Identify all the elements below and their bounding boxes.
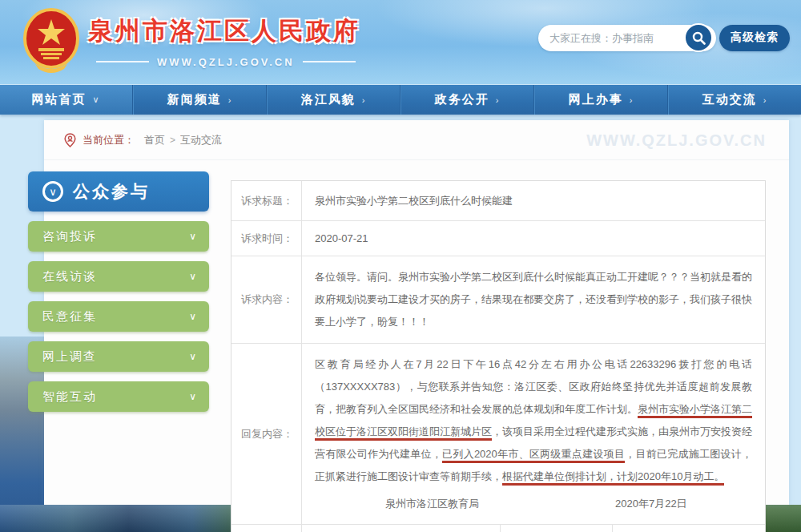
chevron-right-icon: ›	[362, 95, 367, 105]
reply-segment-underlined: 已列入2020年市、区两级重点建设项目	[442, 448, 625, 463]
field-value-reply-content: 区教育局经办人在7月22日下午16点42分左右用办公电话22633296拨打您的…	[302, 344, 765, 525]
sidebar-item-online-interview[interactable]: 在线访谈 ∨	[28, 261, 209, 292]
table-row: 诉求内容： 各位领导。请问。泉州市实验小学第二校区到底什么时候能真正动工开建呢？…	[231, 256, 765, 344]
nav-item-home[interactable]: 网站首页 ∨	[0, 85, 133, 115]
nav-item-gov-affairs[interactable]: 政务公开 ›	[400, 85, 534, 115]
header-banner: 泉州市洛江区人民政府 WWW.QZLJ.GOV.CN 高级检索	[0, 0, 801, 84]
chevron-right-icon: ›	[630, 95, 634, 105]
advanced-search-button[interactable]: 高级检索	[719, 25, 790, 51]
sidebar-item-online-survey[interactable]: 网上调查 ∨	[28, 341, 209, 372]
breadcrumb-separator: >	[170, 135, 175, 146]
nav-item-interaction[interactable]: 互动交流 ›	[668, 85, 801, 115]
main-nav: 网站首页 ∨ 新闻频道 › 洛江风貌 › 政务公开 › 网上办事 › 互动交流 …	[0, 85, 801, 115]
chevron-right-icon: ›	[763, 95, 768, 105]
breadcrumb-current[interactable]: 互动交流	[180, 133, 222, 147]
sidebar-header-public-participation[interactable]: ∨ 公众参与	[28, 171, 209, 212]
chevron-down-icon: ∨	[189, 311, 196, 322]
field-label-request-content: 诉求内容：	[231, 256, 302, 343]
search-button[interactable]	[684, 23, 713, 52]
reply-segment-underlined: 根据代建单位倒排计划，计划2020年10月动工。	[502, 470, 724, 486]
table-row: 回复内容： 区教育局经办人在7月22日下午16点42分左右用办公电话226332…	[231, 344, 765, 526]
reply-paragraph: 区教育局经办人在7月22日下午16点42分左右用办公电话22633296拨打您的…	[315, 353, 752, 488]
field-value-request-time: 2020-07-21	[302, 221, 765, 256]
sidebar: ∨ 公众参与 咨询投诉 ∨ 在线访谈 ∨ 民意征集 ∨ 网上调查 ∨ 智能互动 …	[28, 171, 209, 412]
watermark-text: WWW.QZLJ.GOV.CN	[586, 131, 767, 150]
field-value-reply-dept: 教育局	[302, 525, 501, 532]
nav-item-online-service[interactable]: 网上办事 ›	[534, 85, 668, 115]
chevron-right-icon: ›	[228, 95, 233, 105]
sidebar-item-opinion-collection[interactable]: 民意征集 ∨	[28, 301, 209, 332]
subtitle-line-left	[96, 61, 149, 62]
search-icon	[692, 31, 706, 45]
field-label-request-time: 诉求时间：	[231, 221, 302, 256]
site-brand: 泉州市洛江区人民政府 WWW.QZLJ.GOV.CN	[22, 8, 364, 74]
nav-item-news[interactable]: 新闻频道 ›	[133, 85, 267, 115]
location-pin-icon	[64, 133, 76, 147]
field-value-request-content: 各位领导。请问。泉州市实验小学第二校区到底什么时候能真正动工开建呢？？？当初就是…	[302, 256, 765, 343]
search-zone: 高级检索	[538, 23, 790, 52]
field-label-reply-content: 回复内容：	[231, 344, 302, 525]
breadcrumb: 当前位置： 首页 > 互动交流 WWW.QZLJ.GOV.CN	[44, 120, 789, 160]
field-label-reply-time: 回复时间：	[501, 525, 613, 532]
page: 泉州市洛江区人民政府 WWW.QZLJ.GOV.CN 高级检索 网站首页	[0, 0, 801, 532]
reply-signature-date: 2020年7月22日	[615, 494, 687, 514]
sidebar-item-consult-complaint[interactable]: 咨询投诉 ∨	[28, 221, 209, 252]
circle-chevron-icon: ∨	[42, 181, 63, 202]
content-panel: 当前位置： 首页 > 互动交流 WWW.QZLJ.GOV.CN ∨ 公众参与 咨…	[44, 120, 789, 505]
table-row: 回复部门： 教育局 回复时间： 2020-07-24	[231, 525, 765, 532]
table-row: 诉求时间： 2020-07-21	[231, 221, 765, 256]
sidebar-title: 公众参与	[73, 180, 150, 203]
breadcrumb-label: 当前位置：	[83, 133, 135, 147]
site-url: WWW.QZLJ.GOV.CN	[157, 56, 295, 68]
site-title: 泉州市洛江区人民政府	[88, 14, 364, 48]
site-subtitle: WWW.QZLJ.GOV.CN	[88, 56, 364, 68]
chevron-down-icon: ∨	[189, 271, 196, 282]
reply-signature: 泉州市洛江区教育局 2020年7月22日	[315, 494, 752, 514]
chevron-down-icon: ∨	[189, 391, 196, 402]
national-emblem-logo	[22, 8, 80, 74]
subtitle-line-right	[303, 61, 356, 62]
breadcrumb-home[interactable]: 首页	[144, 133, 165, 147]
chevron-down-icon: ∨	[189, 231, 196, 242]
chevron-down-icon: ∨	[189, 351, 196, 362]
request-detail-table: 诉求标题： 泉州市实验小学第二校区到底什么时候能建 诉求时间： 2020-07-…	[231, 180, 766, 532]
chevron-down-icon: ∨	[92, 95, 100, 105]
field-label-reply-dept: 回复部门：	[231, 525, 302, 532]
table-row: 诉求标题： 泉州市实验小学第二校区到底什么时候能建	[231, 181, 765, 221]
chevron-right-icon: ›	[496, 95, 501, 105]
reply-signature-org: 泉州市洛江区教育局	[385, 494, 479, 514]
field-value-request-title: 泉州市实验小学第二校区到底什么时候能建	[302, 181, 765, 220]
field-label-request-title: 诉求标题：	[231, 181, 302, 220]
sidebar-item-smart-interaction[interactable]: 智能互动 ∨	[28, 381, 209, 412]
field-value-reply-time: 2020-07-24	[613, 525, 765, 532]
nav-item-scenery[interactable]: 洛江风貌 ›	[267, 85, 400, 115]
